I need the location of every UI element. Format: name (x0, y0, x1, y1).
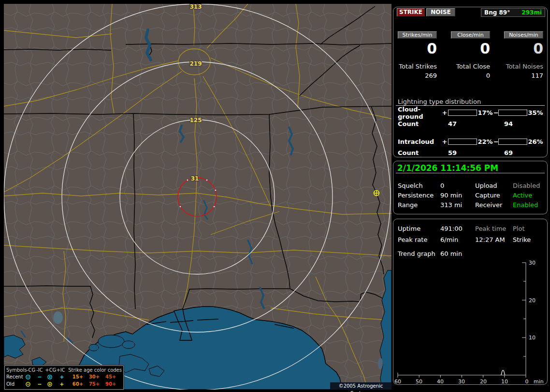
noises-per-min-button[interactable]: Noises/min (504, 31, 543, 39)
total-noises-value: 117 (500, 72, 543, 79)
total-strikes-label: Total Strikes (393, 63, 437, 70)
capture-status: Active (513, 192, 547, 199)
circle-minus-icon (25, 374, 31, 380)
trend-graph[interactable]: 30 20 10 60 50 40 30 20 10 0 min (393, 260, 547, 384)
plus-sign: + (441, 109, 448, 116)
legend-age-15: 15+ (72, 374, 89, 379)
peak-rate-label: Peak rate (398, 236, 439, 244)
noise-mode-button[interactable]: NOISE (426, 8, 455, 16)
ic-count-label: Count (398, 149, 419, 156)
ytick-20: 20 (529, 297, 536, 304)
map-lake-se (378, 358, 383, 369)
xtick-20: 20 (480, 378, 487, 384)
trend-series (501, 370, 505, 375)
cloud-ground-row: Cloud-ground + 17% − 35% (398, 109, 545, 116)
ytick-10: 10 (529, 335, 536, 341)
intracloud-label: Intracloud (398, 138, 441, 145)
ic-neg-bar (498, 139, 527, 145)
plot-value: Strike (513, 236, 547, 244)
peak-time-value: 12:27 AM (475, 236, 512, 244)
upload-status: Disabled (513, 182, 547, 190)
range-value: 313 mi (440, 201, 474, 209)
legend-col-pos-cg: +CG (45, 367, 56, 373)
range-label: Range (398, 201, 439, 209)
strike-symbol-old-pos-cg (374, 191, 379, 196)
plus-sign: + (441, 138, 448, 145)
cg-pos-count: 47 (448, 120, 457, 127)
cg-neg-pct: 35% (527, 109, 544, 116)
capture-label: Capture (475, 192, 512, 199)
xtick-40: 40 (437, 378, 444, 384)
cg-pos-bar (448, 110, 477, 116)
circle-minus-icon (25, 381, 31, 387)
ring-label-219: 219 (189, 60, 202, 67)
app-window: 313 219 125 31 Symbols -CG -IC +CG +IC S… (0, 0, 550, 392)
total-close-label: Total Close (447, 63, 490, 70)
x-unit-label: min (534, 378, 544, 384)
legend-age-30: 30+ (89, 374, 105, 379)
cg-pos-pct: 17% (477, 109, 493, 116)
copyright-bar: ©2005 Astrogenic Systems (330, 382, 391, 390)
upload-label: Upload (475, 182, 512, 190)
legend-row-label-recent: Recent (6, 374, 25, 379)
uptime-label: Uptime (398, 225, 439, 233)
circle-plus-icon (46, 374, 53, 380)
plot-label: Plot (513, 225, 547, 233)
total-strikes-value: 269 (393, 72, 437, 79)
ic-neg-count: 69 (504, 149, 513, 156)
minus-sign: − (493, 138, 498, 145)
squelch-label: Squelch (398, 182, 439, 190)
total-close-value: 0 (447, 72, 490, 79)
strikes-per-min-button[interactable]: Strikes/min (398, 31, 437, 39)
total-noises-label: Total Noises (500, 63, 543, 70)
xtick-30: 30 (458, 378, 465, 384)
legend-age-title: Strike age color codes (68, 367, 122, 373)
xtick-60: 60 (394, 378, 401, 384)
receiver-label: Receiver (475, 201, 512, 209)
bearing-indicator: Bng 89° 293mi (481, 8, 545, 17)
legend-col-neg-ic: -IC (36, 367, 45, 373)
map-lake (53, 311, 63, 324)
ytick-30: 30 (529, 260, 536, 266)
strikes-per-min-value: 0 (398, 41, 437, 56)
xtick-10: 10 (501, 378, 508, 384)
map[interactable]: 313 219 125 31 (4, 4, 391, 390)
intracloud-row: Intracloud + 22% − 26% (398, 138, 545, 145)
xtick-50: 50 (416, 378, 422, 384)
receiver-status: Enabled (513, 201, 547, 209)
plus-icon (58, 381, 65, 387)
legend-col-neg-cg: -CG (27, 367, 36, 373)
peak-rate-value: 6/min (440, 236, 474, 244)
distribution-title: Lightning type distribution (398, 98, 481, 105)
legend-col-pos-ic: +IC (56, 367, 65, 373)
legend-row-label-old: Old (6, 381, 25, 387)
legend-age-60: 60+ (72, 381, 89, 387)
trend-panel: Uptime 491:00 Peak time Plot Peak rate 6… (393, 219, 548, 385)
trend-graph-window: 60 min (440, 250, 474, 258)
xtick-0: 0 (525, 378, 529, 384)
minus-icon (36, 374, 43, 380)
minus-icon (36, 381, 43, 387)
ic-neg-pct: 26% (527, 138, 544, 145)
ring-label-31: 31 (191, 175, 199, 182)
cg-count-label: Count (398, 120, 419, 127)
peak-time-label: Peak time (475, 225, 512, 233)
strike-counts-panel: STRIKE NOISE Bng 89° 293mi Strikes/min C… (393, 7, 548, 157)
cloud-ground-label: Cloud-ground (398, 106, 441, 120)
ic-pos-pct: 22% (477, 138, 493, 145)
ic-pos-bar (448, 139, 477, 145)
close-per-min-value: 0 (451, 41, 490, 56)
status-panel: 2/1/2026 11:14:56 PM Squelch 0 Upload Di… (393, 161, 548, 214)
legend-symbols-header: Symbols (6, 367, 27, 373)
circle-plus-icon (46, 381, 53, 387)
minus-sign: − (493, 109, 498, 116)
bearing-label: Bng 89° (484, 9, 510, 16)
map-container: 313 219 125 31 Symbols -CG -IC +CG +IC S… (4, 4, 391, 390)
datetime-display: 2/1/2026 11:14:56 PM (397, 163, 498, 173)
legend-age-75: 75+ (89, 381, 105, 387)
cg-neg-bar (498, 110, 527, 116)
noises-per-min-value: 0 (504, 41, 543, 56)
close-per-min-button[interactable]: Close/min (451, 31, 490, 39)
status-divider (396, 173, 545, 173)
strike-mode-button[interactable]: STRIKE (397, 8, 425, 16)
